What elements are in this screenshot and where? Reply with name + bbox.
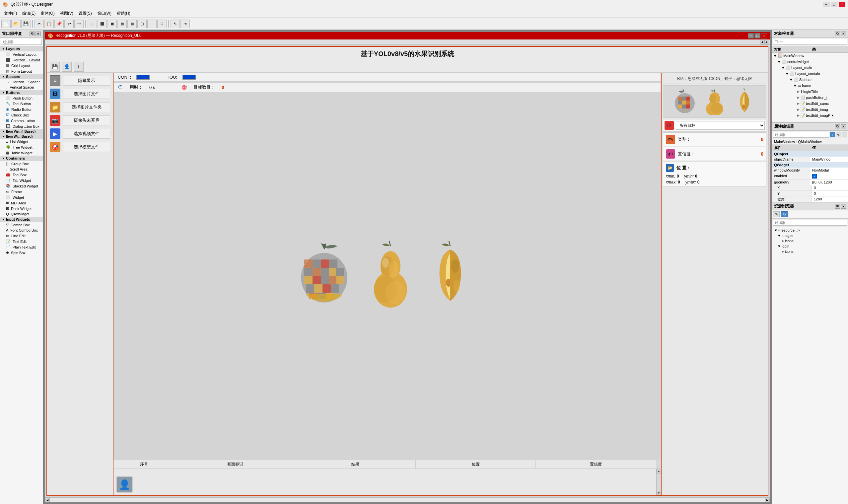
category-containers[interactable]: Containers	[0, 156, 43, 161]
widget-vert-spacer[interactable]: ↕Vertical Spacer	[0, 85, 43, 90]
table-scroll-up[interactable]: ▲	[656, 469, 661, 473]
tree-push-button[interactable]: ▶ ⬜ pushButton_t	[772, 94, 848, 101]
h-scrollbar[interactable]: ◀ ▶	[45, 497, 770, 502]
pe-action2-btn[interactable]: ⋮	[842, 132, 847, 137]
widget-font-combo-box[interactable]: AFont Combo Box	[0, 228, 43, 233]
toolbar-copy[interactable]: 📋	[44, 20, 54, 28]
tree-images[interactable]: ▼ images	[773, 233, 847, 238]
widget-dialog-box[interactable]: 🔲Dialog ...ton Box	[0, 123, 43, 129]
widget-tree-widget[interactable]: 🌳Tree Widget	[0, 144, 43, 150]
rb-refresh-btn[interactable]: ↻	[781, 211, 788, 217]
maximize-btn[interactable]: □	[831, 2, 837, 7]
widget-qax-widget[interactable]: QQAxWidget	[0, 211, 43, 217]
widget-dock-widget[interactable]: ⊟Dock Widget	[0, 206, 43, 211]
category-item-widgets[interactable]: Item Wi...-Based)	[0, 134, 43, 139]
hide-show-btn[interactable]: 隐藏显示	[63, 76, 110, 86]
widget-combo-box[interactable]: ▽Combo Box	[0, 222, 43, 228]
app-info-btn[interactable]: ℹ	[74, 62, 84, 72]
iou-bar[interactable]	[182, 75, 196, 79]
widget-tool-box[interactable]: 🧰Tool Box	[0, 172, 43, 178]
tree-login[interactable]: ▼ login	[773, 244, 847, 249]
category-item-views[interactable]: Item Vie...(I-Based)	[0, 129, 43, 134]
pe-action1-btn[interactable]: ✎	[836, 132, 841, 137]
app-user-btn[interactable]: 👤	[62, 62, 72, 72]
toolbar-redo[interactable]: ↪	[74, 20, 84, 28]
select-video-btn[interactable]: 选择视频文件	[63, 129, 110, 139]
rb-float-btn[interactable]: ⧉	[835, 204, 840, 209]
designer-close-btn[interactable]: ×	[761, 33, 767, 38]
h-scroll-left[interactable]: ◀	[45, 498, 50, 502]
camera-btn[interactable]: 摄像头未开启	[63, 115, 110, 125]
tree-sidebar[interactable]: ▼ ⬜ Sidebar	[772, 77, 848, 83]
widget-horiz-spacer[interactable]: ↔Horizon... Spacer	[0, 79, 43, 85]
nav-right-btn[interactable]: ▶	[764, 40, 769, 44]
nav-left-btn[interactable]: ◀	[760, 40, 764, 44]
toolbar-layout6[interactable]: ◫	[137, 20, 147, 28]
widget-list-widget[interactable]: ≡List Widget	[0, 139, 43, 144]
menu-settings[interactable]: 设置(S)	[76, 10, 94, 17]
rb-filter-input[interactable]	[773, 220, 847, 226]
toolbar-layout5[interactable]: ▥	[127, 20, 137, 28]
widget-tool-button[interactable]: 🔧Tool Button	[0, 101, 43, 107]
menu-view[interactable]: 视图(V)	[57, 10, 76, 17]
toolbar-layout2[interactable]: ⬛	[97, 20, 107, 28]
tree-centralwidget[interactable]: ▼ ⬜ centralwidget	[772, 59, 848, 65]
tree-layout-main[interactable]: ▼ ⬜ Layout_main	[772, 65, 848, 71]
widget-table-widget[interactable]: ▦Table Widget	[0, 150, 43, 156]
oi-filter-input[interactable]	[773, 39, 847, 45]
tree-images-icons[interactable]: ▶ icons	[773, 238, 847, 244]
oi-close-btn[interactable]: ×	[841, 32, 846, 36]
rb-edit-btn[interactable]: ✎	[773, 211, 780, 217]
tree-textedit-img[interactable]: ▶ 📝 textEdit_imag	[772, 107, 848, 112]
widget-grid-layout[interactable]: ▦Grid Layout	[0, 63, 43, 68]
toolbar-layout4[interactable]: ▤	[118, 20, 127, 28]
pe-close-btn[interactable]: ×	[841, 124, 846, 129]
widget-check-box[interactable]: ☑Check Box	[0, 112, 43, 118]
prop-width-value[interactable]: 1280	[812, 196, 848, 202]
designer-restore-btn[interactable]: □	[755, 33, 760, 38]
toolbar-undo[interactable]: ↩	[65, 20, 74, 28]
widget-radio-button[interactable]: ◉Radio Button	[0, 107, 43, 112]
widget-line-edit[interactable]: ▭Line Edit	[0, 233, 43, 238]
menu-edit[interactable]: 编辑(E)	[20, 10, 38, 17]
h-scroll-right[interactable]: ▶	[765, 498, 770, 502]
table-scroll-down[interactable]: ▼	[656, 491, 661, 496]
category-spacers[interactable]: Spacers	[0, 74, 43, 79]
select-image-btn[interactable]: 选择图片文件	[63, 89, 110, 99]
toolbar-save[interactable]: 💾	[21, 20, 31, 28]
menu-file[interactable]: 文件(F)	[1, 10, 20, 17]
toolbar-break[interactable]: ⊡	[157, 20, 166, 28]
app-save-btn[interactable]: 💾	[50, 62, 60, 72]
rb-close-btn[interactable]: ×	[841, 204, 846, 209]
widget-plain-text-edit[interactable]: 📄Plain Text Edit	[0, 244, 43, 250]
table-v-scrollbar[interactable]: ▲ ▼	[656, 469, 661, 496]
select-folder-btn[interactable]: 选择图片文件夹	[63, 102, 110, 112]
category-input-widgets[interactable]: Input Widgets	[0, 217, 43, 222]
target-dropdown-select[interactable]: 所有目标	[676, 121, 765, 130]
widget-text-edit[interactable]: 📝Text Edit	[0, 238, 43, 244]
widget-stacked-widget[interactable]: 📚Stacked Widget	[0, 183, 43, 189]
category-layouts[interactable]: Layouts	[0, 46, 43, 51]
menu-window[interactable]: 窗口(W)	[94, 10, 114, 17]
widgetbox-float-btn[interactable]: ⧉	[30, 32, 35, 36]
widget-widget[interactable]: ⬜Widget	[0, 194, 43, 200]
toolbar-cut[interactable]: ✂	[35, 20, 44, 28]
widget-spin-box[interactable]: ⊕Spin Box	[0, 250, 43, 255]
toolbar-layout1[interactable]: ⬜	[88, 20, 97, 28]
toolbar-open[interactable]: 📂	[11, 20, 21, 28]
tree-frame[interactable]: ▼ ▭ frame	[772, 83, 848, 89]
oi-float-btn[interactable]: ⧉	[835, 32, 840, 36]
close-btn[interactable]: ×	[839, 2, 845, 7]
widget-form-layout[interactable]: ▤Form Layout	[0, 68, 43, 74]
tree-mainwindow[interactable]: ▼ 🪟 MainWindow	[772, 53, 848, 59]
designer-min-btn[interactable]: −	[748, 33, 754, 38]
tree-textedit-cam[interactable]: ▶ 📝 textEdit_camc	[772, 101, 848, 107]
menu-form[interactable]: 窗体(O)	[38, 10, 57, 17]
widget-push-button[interactable]: ⬜Push Button	[0, 95, 43, 101]
tree-textedit-imgf[interactable]: ▶ 📝 textEdit_imagF ▼	[772, 112, 848, 119]
conf-bar[interactable]	[137, 75, 150, 79]
widget-group-box[interactable]: ⬚Group Box	[0, 161, 43, 166]
pe-filter-input[interactable]	[773, 132, 829, 138]
menu-help[interactable]: 帮助(H)	[114, 10, 133, 17]
tree-login-title[interactable]: ▶ T loginTitle	[772, 89, 848, 94]
